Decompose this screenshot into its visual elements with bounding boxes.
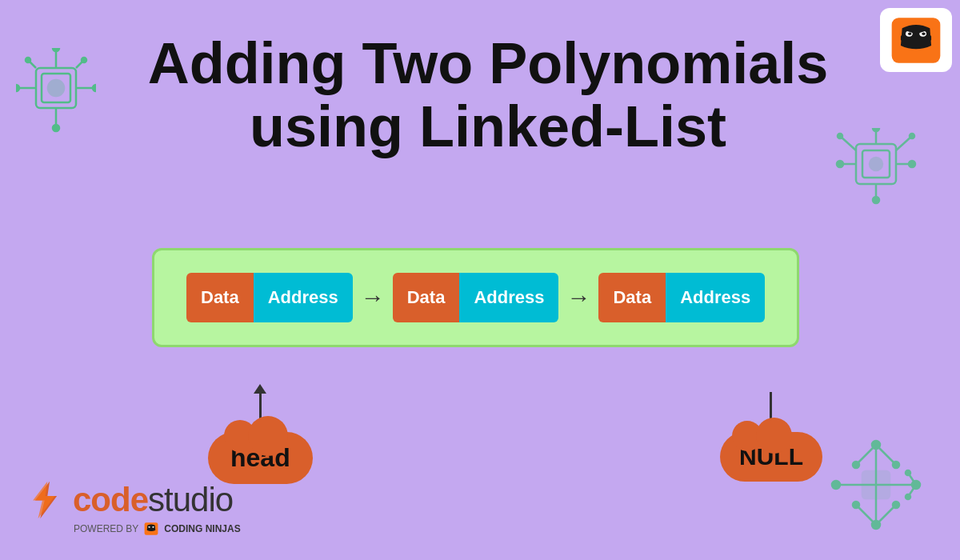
codestudio-icon xyxy=(24,480,68,520)
head-label-container: head xyxy=(208,392,313,484)
svg-rect-1 xyxy=(901,35,931,41)
null-text: NULL xyxy=(739,443,803,470)
arrow-2: → xyxy=(558,284,598,311)
node-3-address: Address xyxy=(666,273,765,322)
svg-rect-52 xyxy=(862,471,890,498)
svg-point-55 xyxy=(906,470,910,475)
svg-line-44 xyxy=(876,445,896,465)
page-background: Adding Two Polynomials using Linked-List… xyxy=(0,0,960,560)
ninja-icon xyxy=(888,14,944,66)
node-2-data: Data xyxy=(393,273,460,322)
title-line2: using Linked-List xyxy=(80,95,896,158)
svg-point-32 xyxy=(909,161,915,167)
node-3: Data Address xyxy=(598,273,765,322)
head-text: head xyxy=(230,443,290,472)
svg-point-47 xyxy=(853,462,859,468)
svg-point-4 xyxy=(908,32,911,34)
node-1-data: Data xyxy=(186,273,254,322)
svg-line-49 xyxy=(856,505,876,525)
bottom-logo: codestudio POWERED BY CODING NINJAS xyxy=(24,480,241,536)
svg-point-56 xyxy=(906,494,910,499)
arrow-1: → xyxy=(353,284,393,311)
node-1-address: Address xyxy=(254,273,353,322)
powered-by-label: POWERED BY xyxy=(74,523,138,534)
svg-point-5 xyxy=(922,32,925,34)
null-cloud: NULL xyxy=(720,432,822,482)
svg-point-42 xyxy=(832,481,840,489)
node-1: Data Address xyxy=(186,273,353,322)
studio-text: studio xyxy=(148,481,233,518)
node-2: Data Address xyxy=(393,273,559,322)
top-right-logo xyxy=(880,8,952,72)
node-2-address: Address xyxy=(459,273,558,322)
circuit-decoration-bottom-right xyxy=(824,437,928,536)
node-3-data: Data xyxy=(598,273,666,322)
null-label-container: NULL xyxy=(720,392,822,482)
page-title: Adding Two Polynomials using Linked-List xyxy=(0,0,960,158)
code-studio-brand: codestudio xyxy=(24,480,233,520)
svg-point-46 xyxy=(893,462,899,468)
powered-by-text: POWERED BY CODING NINJAS xyxy=(74,522,241,536)
svg-point-50 xyxy=(893,502,899,508)
linked-list-diagram: Data Address → Data Address → Data Addre… xyxy=(152,248,799,347)
svg-line-45 xyxy=(856,445,876,465)
svg-point-33 xyxy=(870,158,882,170)
svg-point-31 xyxy=(837,161,843,167)
svg-point-51 xyxy=(853,502,859,508)
coding-ninjas-text: CODING NINJAS xyxy=(164,523,240,534)
code-text: code xyxy=(73,481,148,518)
head-cloud: head xyxy=(208,432,313,484)
title-line1: Adding Two Polynomials xyxy=(80,32,896,95)
svg-line-48 xyxy=(876,505,896,525)
svg-point-30 xyxy=(873,197,879,203)
coding-ninjas-small-icon xyxy=(143,522,159,536)
